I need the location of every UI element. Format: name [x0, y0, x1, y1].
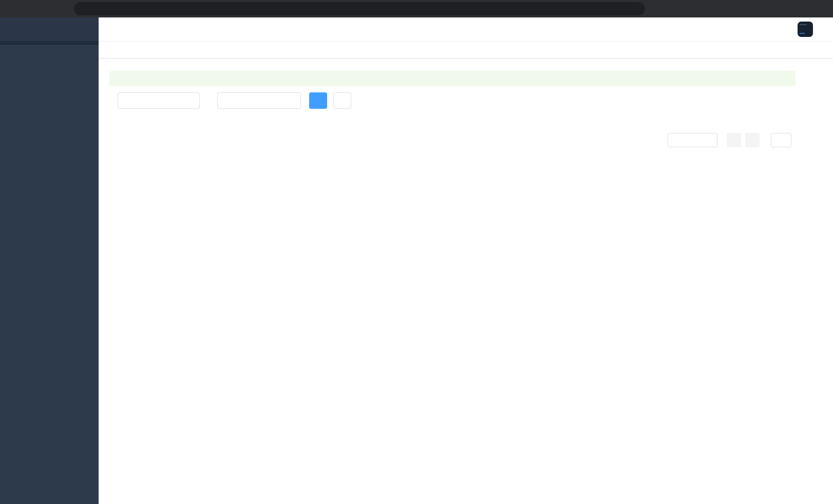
page-size-select[interactable] [668, 133, 717, 147]
home-icon[interactable] [54, 2, 69, 16]
extensions-puzzle-icon[interactable] [768, 2, 782, 16]
screen [0, 0, 833, 504]
green-star-extension-icon[interactable] [753, 2, 766, 16]
side-panel-icon[interactable] [784, 2, 797, 16]
next-page-button[interactable] [745, 133, 760, 147]
main-area [99, 17, 833, 504]
tags-view-bar [99, 41, 833, 59]
user-id-input[interactable] [118, 92, 200, 109]
gem-extension-icon[interactable] [707, 2, 720, 16]
app-logo[interactable] [0, 17, 99, 41]
browser-toolbar [0, 0, 833, 17]
content [99, 59, 806, 147]
sidebar-menu-bottom [0, 45, 99, 504]
doc-alert [109, 71, 796, 86]
profile-emoji-icon[interactable] [799, 2, 812, 16]
forward-icon[interactable] [22, 2, 36, 16]
user-avatar[interactable] [798, 22, 813, 37]
topbar [99, 17, 833, 41]
reload-icon[interactable] [38, 2, 52, 16]
address-bar[interactable] [74, 2, 645, 15]
sidebar [0, 17, 99, 504]
reset-button[interactable] [333, 92, 351, 109]
recorder-extension-icon[interactable] [737, 2, 751, 16]
user-type-select[interactable] [217, 92, 301, 109]
bookmark-star-icon[interactable] [668, 2, 682, 16]
sidebar-menu [0, 41, 99, 45]
prev-page-button[interactable] [727, 133, 741, 147]
extension-cluster-icon[interactable] [691, 2, 705, 16]
back-icon[interactable] [5, 2, 20, 16]
browser-menu-icon[interactable] [815, 2, 828, 16]
goto-page-input[interactable] [771, 133, 791, 147]
share-icon[interactable] [651, 2, 666, 16]
command-extension-icon[interactable] [722, 2, 735, 16]
pagination [109, 133, 796, 147]
filter-form [109, 92, 806, 109]
search-button[interactable] [309, 92, 327, 109]
